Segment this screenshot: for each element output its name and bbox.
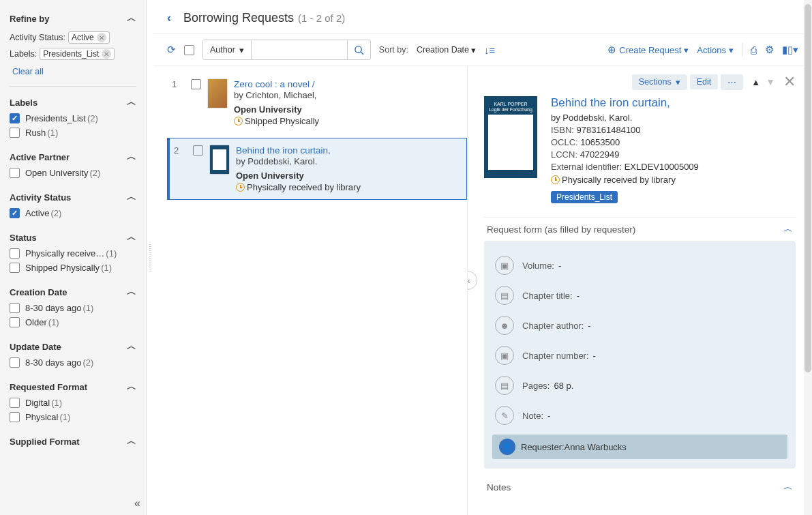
applied-filter-labels: Labels: Presidents_List ✕: [10, 48, 136, 60]
chip-remove-icon[interactable]: ✕: [97, 33, 106, 42]
requester-row[interactable]: 👤 Requester: Anna Warbucks: [492, 435, 787, 459]
record-status: Physically received by library: [247, 182, 361, 192]
facet-title: Status: [10, 233, 37, 243]
chevron-up-icon: ︿: [127, 191, 136, 203]
facets-sidebar: Refine by ︿ Activity Status: Active ✕ La…: [0, 0, 147, 515]
request-form-section-header[interactable]: Request form (as filled by requester) ︿: [484, 217, 796, 241]
facet-count: (1): [47, 128, 58, 138]
clear-all-link[interactable]: Clear all: [10, 64, 44, 83]
facet-supplied-format-header[interactable]: Supplied Format ︿: [10, 431, 136, 450]
facet-label: Older: [25, 317, 47, 327]
chapter-author-value: -: [588, 321, 590, 331]
facet-item-presidents-list[interactable]: Presidents_List (2): [10, 111, 136, 126]
facet-item-physically-received[interactable]: Physically receive… (1): [10, 246, 136, 261]
facet-item-digital[interactable]: Digital (1): [10, 396, 136, 410]
facet-creation-date-header[interactable]: Creation Date ︿: [10, 282, 136, 301]
facet-activity-status-header[interactable]: Activity Status ︿: [10, 187, 136, 206]
facet-item-update-8-30[interactable]: 8-30 days ago (2): [10, 355, 136, 370]
record-title-link[interactable]: Behind the iron curtain,: [236, 145, 361, 156]
create-request-button[interactable]: ⊕ Create Request ▾: [607, 44, 689, 56]
notes-section-header[interactable]: Notes ︿: [484, 475, 796, 499]
checkbox[interactable]: [10, 357, 20, 368]
checkbox[interactable]: [10, 412, 20, 422]
facet-item-older[interactable]: Older (1): [10, 315, 136, 329]
chip-remove-icon[interactable]: ✕: [102, 49, 111, 59]
collapse-detail-icon[interactable]: «: [467, 271, 477, 290]
refresh-icon[interactable]: ⟳: [167, 44, 176, 56]
record-author: Poddebski, Karol.: [247, 156, 317, 166]
drag-handle[interactable]: [147, 0, 153, 515]
sort-value: Creation Date: [417, 45, 469, 55]
facet-item-open-university[interactable]: Open University (2): [10, 166, 136, 180]
facet-item-physical[interactable]: Physical (1): [10, 410, 136, 424]
chevron-up-icon: ︿: [127, 381, 136, 393]
page-header: ‹ Borrowing Requests (1 - 2 of 2): [153, 0, 812, 34]
row-checkbox[interactable]: [193, 145, 203, 156]
search-icon[interactable]: [347, 40, 370, 59]
facet-update-date-header[interactable]: Update Date ︿: [10, 336, 136, 355]
checkbox[interactable]: [10, 263, 20, 273]
checkbox[interactable]: [10, 398, 20, 408]
filter-chip-presidents-list[interactable]: Presidents_List ✕: [40, 48, 115, 60]
facet-count: (2): [50, 208, 61, 218]
select-all-checkbox[interactable]: [184, 45, 194, 55]
lccn-label: LCCN:: [551, 149, 577, 160]
facet-item-active[interactable]: Active (2): [10, 206, 136, 220]
facet-label: Physical: [25, 412, 58, 422]
facet-title: Labels: [10, 98, 37, 108]
facet-title: Creation Date: [10, 287, 67, 297]
result-row[interactable]: 1 Zero cool : a novel / by Crichton, Mic…: [167, 72, 467, 134]
volume-icon: ▣: [495, 256, 514, 275]
by-label: by: [236, 156, 245, 166]
section-title: Notes: [487, 482, 511, 492]
facet-label: Active: [25, 208, 49, 218]
edit-button[interactable]: Edit: [690, 74, 719, 89]
checkbox[interactable]: [10, 303, 20, 313]
clock-icon: [236, 183, 245, 192]
checkbox[interactable]: [10, 113, 20, 123]
facet-title: Supplied Format: [10, 437, 80, 447]
search-input[interactable]: [252, 40, 347, 59]
record-title-link[interactable]: Zero cool : a novel /: [234, 79, 319, 89]
export-icon[interactable]: ⎙: [751, 44, 757, 56]
chevron-up-icon: ︿: [127, 435, 136, 447]
facet-status-header[interactable]: Status ︿: [10, 227, 136, 246]
collapse-sidebar-icon[interactable]: «: [134, 497, 140, 510]
checkbox[interactable]: [10, 208, 20, 218]
sort-selector[interactable]: Creation Date ▾: [417, 45, 476, 55]
facet-count: (1): [48, 317, 59, 327]
facet-item-rush[interactable]: Rush (1): [10, 126, 136, 140]
prev-record-icon[interactable]: ▲: [751, 77, 760, 87]
close-icon[interactable]: ✕: [783, 73, 796, 91]
sections-button[interactable]: Sections ▾: [632, 74, 687, 90]
filter-chip-active[interactable]: Active ✕: [68, 31, 110, 44]
sort-direction-icon[interactable]: ↓≡: [484, 44, 495, 56]
back-icon[interactable]: ‹: [167, 11, 171, 25]
facet-count: (1): [101, 263, 112, 273]
search-field-selector[interactable]: Author ▾: [203, 40, 252, 59]
scrollbar[interactable]: [804, 0, 812, 515]
chapter-number-value: -: [593, 351, 596, 361]
checkbox[interactable]: [10, 168, 20, 178]
facet-item-shipped-physically[interactable]: Shipped Physically (1): [10, 261, 136, 275]
row-checkbox[interactable]: [191, 79, 201, 89]
checkbox[interactable]: [10, 317, 20, 327]
facet-requested-format-header[interactable]: Requested Format ︿: [10, 377, 136, 396]
chapter-title-value: -: [577, 291, 580, 301]
facet-active-partner-header[interactable]: Active Partner ︿: [10, 147, 136, 166]
facet-item-8-30-days[interactable]: 8-30 days ago (1): [10, 301, 136, 315]
by-label: by: [551, 113, 560, 123]
view-toggle-icon[interactable]: ▮▯▾: [782, 44, 798, 56]
facet-labels-header[interactable]: Labels ︿: [10, 92, 136, 111]
label-tag[interactable]: Presidents_List: [551, 191, 618, 203]
refine-by-header[interactable]: Refine by ︿: [10, 8, 136, 27]
checkbox[interactable]: [10, 248, 20, 259]
settings-icon[interactable]: ⚙: [765, 44, 774, 56]
checkbox[interactable]: [10, 128, 20, 138]
record-status: Shipped Physically: [245, 116, 319, 126]
section-title: Request form (as filled by requester): [487, 224, 635, 235]
actions-button[interactable]: Actions ▾: [697, 45, 734, 55]
result-row[interactable]: 2 Behind the iron curtain, by Poddebski,…: [167, 138, 467, 200]
more-button[interactable]: ⋯: [721, 74, 743, 90]
chapter-author-label: Chapter author:: [522, 321, 584, 331]
